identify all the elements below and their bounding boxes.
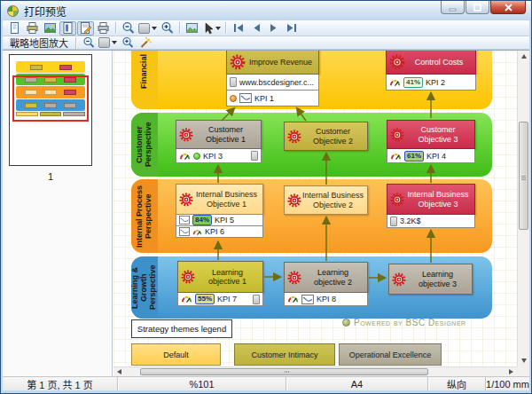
thumb-grip — [521, 176, 526, 180]
gauge-icon — [192, 228, 202, 236]
vertical-scroll-thumb[interactable] — [519, 122, 528, 230]
document-icon — [390, 217, 397, 226]
map-zoom-label: 戰略地图放大 — [6, 35, 72, 50]
status-bar: 第 1 页, 共 1 页 %101 A4 纵向 1/100 mm — [3, 376, 529, 390]
gauge-icon — [389, 78, 401, 87]
print-button[interactable] — [95, 21, 112, 35]
close-icon — [505, 4, 512, 12]
thumbnail-panel: 1 — [3, 51, 113, 376]
maximize-button[interactable] — [466, 1, 489, 14]
gear-icon — [390, 128, 404, 142]
margins-toggle-button[interactable] — [59, 21, 76, 35]
gear-icon — [179, 128, 193, 142]
chevron-down-icon — [112, 41, 117, 44]
prev-page-icon — [250, 22, 262, 34]
toolbar-separator — [179, 22, 180, 34]
kpi-row: KPI 3 — [176, 149, 262, 163]
next-page-button[interactable] — [265, 21, 282, 35]
pan-tool-button[interactable] — [201, 21, 222, 35]
scroll-left-button[interactable] — [113, 367, 125, 376]
last-page-button[interactable] — [283, 21, 300, 35]
prev-page-button[interactable] — [247, 21, 264, 35]
map-zoom-mode-button[interactable] — [98, 37, 118, 49]
page-margins-icon — [61, 21, 74, 35]
objective-learning-2: Learning objective 2 KPI 8 — [284, 262, 368, 306]
triangle-up-icon — [521, 54, 527, 59]
minimize-button[interactable] — [441, 1, 465, 14]
zoom-out-icon — [121, 21, 135, 35]
kpi-row: 55% KPI 7 — [177, 293, 263, 306]
magic-wand-button[interactable] — [137, 37, 153, 49]
last-page-icon — [286, 22, 298, 34]
toolbar-separator — [225, 22, 226, 34]
zoom-in-icon — [160, 21, 174, 35]
perspective-label-customer: Customer Perspective — [131, 113, 158, 177]
chart-icon — [301, 295, 314, 304]
gear-icon — [230, 54, 246, 70]
theme-swatch-customer-intimacy: Customer Intimacy — [234, 343, 335, 366]
document-icon — [253, 295, 260, 304]
page-icon — [8, 21, 21, 35]
objective-control-costs: Control Costs 41% KPI 2 — [386, 51, 476, 91]
objective-internal-3: Internal Business Objective 3 3.2K$ — [387, 184, 475, 228]
thumbnails-toggle-button[interactable] — [184, 21, 200, 35]
link-row: www.bscdesigner.c... — [226, 75, 319, 91]
kpi-row: KPI 1 — [226, 91, 319, 106]
zoom-mode-icon — [98, 37, 110, 48]
kpi-progress-badge: 41% — [403, 77, 423, 88]
app-icon — [7, 5, 19, 17]
first-page-button[interactable] — [230, 21, 246, 35]
map-zoom-in-button[interactable] — [119, 37, 136, 49]
page-thumbnail[interactable] — [9, 54, 92, 166]
zoom-mode-icon — [138, 23, 150, 34]
vertical-scrollbar[interactable] — [517, 51, 529, 366]
indicator-ball-icon — [230, 95, 237, 102]
gear-icon — [287, 193, 301, 208]
status-zoom: %101 — [118, 377, 286, 390]
gear-icon — [392, 272, 406, 287]
gear-icon — [390, 193, 404, 207]
theme-swatch-operational-excellence: Operational Excellence — [339, 343, 442, 366]
zoom-out-button[interactable] — [120, 21, 137, 35]
export-image-button[interactable] — [42, 21, 59, 35]
close-button[interactable] — [490, 1, 526, 14]
page-setup-button[interactable] — [6, 21, 23, 35]
wand-icon — [139, 36, 152, 49]
maximize-icon — [473, 4, 481, 12]
viewport-indicator[interactable] — [12, 75, 89, 122]
zoom-in-button[interactable] — [159, 21, 176, 35]
chevron-down-icon — [152, 27, 157, 30]
first-page-icon — [232, 22, 245, 34]
powered-by: Powered by BSC Designer — [342, 318, 466, 327]
thumb-grip — [285, 371, 290, 373]
map-zoom-out-button[interactable] — [80, 37, 97, 49]
gear-icon — [287, 271, 301, 285]
gear-icon — [179, 193, 193, 207]
scroll-right-button[interactable] — [505, 367, 517, 376]
status-units: 1/100 mm — [486, 377, 529, 390]
minimize-icon — [449, 4, 457, 12]
map-zoom-toolbar: 戰略地图放大 — [3, 36, 529, 50]
print-preview-window: 打印预览 — [0, 0, 532, 394]
objective-customer-1: Customer Objective 1 KPI 3 — [176, 120, 262, 163]
toolbar-separator — [115, 22, 116, 34]
kpi-progress-badge: 55% — [195, 294, 215, 304]
zoom-mode-button[interactable] — [137, 21, 158, 35]
horizontal-scroll-thumb[interactable] — [140, 368, 428, 375]
chart-icon — [179, 216, 190, 225]
kpi-row: 84% KPI 5 — [176, 215, 263, 226]
scroll-up-button[interactable] — [518, 51, 529, 62]
window-controls — [440, 1, 526, 14]
scroll-down-button[interactable] — [518, 355, 529, 366]
legend-title-box: Strategy themes legend — [131, 319, 232, 338]
printer-icon — [97, 21, 110, 35]
gear-icon — [287, 130, 301, 144]
horizontal-scrollbar[interactable] — [113, 366, 517, 376]
printer-page-icon — [26, 21, 39, 35]
print-setup-button[interactable] — [24, 21, 41, 35]
gear-icon — [181, 270, 195, 284]
document-icon — [230, 77, 237, 87]
perspective-label-financial: Financial — [131, 51, 158, 109]
picture-icon — [185, 21, 199, 35]
header-footer-toggle-button[interactable] — [77, 21, 94, 35]
